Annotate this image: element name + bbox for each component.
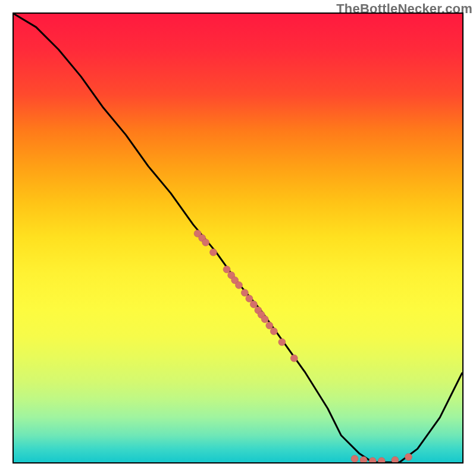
plot-area: [12, 12, 464, 464]
data-point: [369, 458, 376, 462]
chart-container: TheBottleNecker.com: [0, 0, 476, 476]
data-point: [290, 355, 298, 362]
data-point: [278, 339, 286, 346]
data-point: [270, 328, 277, 335]
data-point: [241, 289, 248, 296]
data-point: [392, 456, 399, 462]
data-point: [360, 456, 367, 462]
data-point: [405, 453, 412, 461]
data-point: [378, 458, 385, 462]
data-point: [351, 455, 358, 462]
bottleneck-curve: [14, 14, 462, 462]
data-point: [236, 281, 243, 289]
data-point: [266, 322, 273, 329]
data-point: [246, 295, 253, 302]
data-point: [250, 301, 257, 308]
data-point: [223, 266, 230, 273]
curve-layer: [14, 14, 462, 462]
data-points-group: [194, 230, 412, 463]
data-point: [261, 316, 268, 323]
data-point: [210, 249, 217, 256]
data-point: [202, 239, 209, 246]
